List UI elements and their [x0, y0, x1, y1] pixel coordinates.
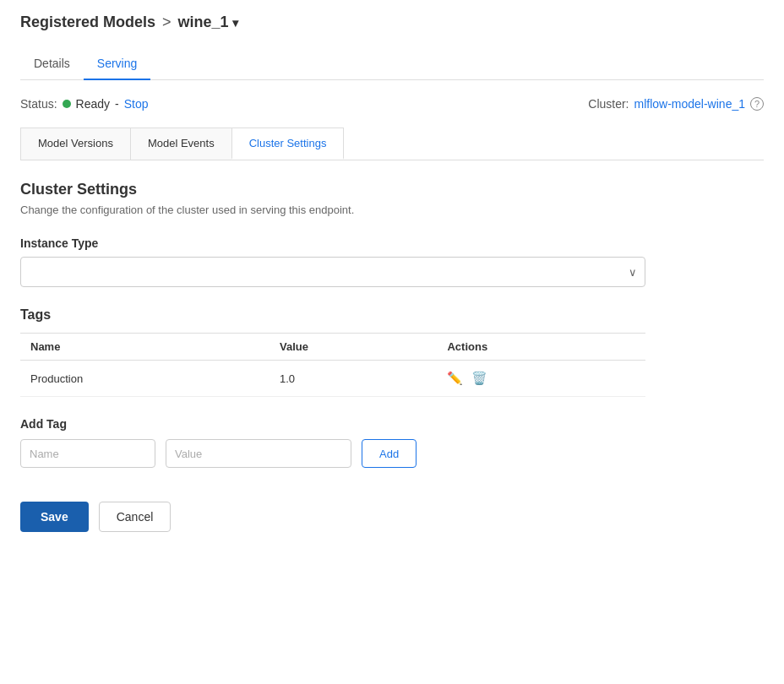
tags-section: Tags Name Value Actions Production 1.0 — [20, 307, 764, 397]
instance-type-select[interactable] — [20, 257, 645, 287]
sub-tab-cluster-settings[interactable]: Cluster Settings — [231, 128, 345, 160]
status-dot-icon — [63, 100, 71, 108]
tag-actions-cell: ✏️ 🗑️ — [437, 361, 645, 397]
tags-table: Name Value Actions Production 1.0 ✏️ 🗑️ — [20, 333, 645, 397]
status-row: Status: Ready - Stop Cluster: mlflow-mod… — [20, 94, 764, 114]
cluster-label: Cluster: — [588, 97, 629, 111]
table-row: Production 1.0 ✏️ 🗑️ — [20, 361, 645, 397]
action-icons: ✏️ 🗑️ — [447, 371, 635, 386]
cluster-settings-section: Cluster Settings Change the configuratio… — [20, 181, 764, 532]
add-tag-title: Add Tag — [20, 417, 764, 431]
delete-icon[interactable]: 🗑️ — [471, 371, 487, 386]
status-right: Cluster: mlflow-model-wine_1 ? — [588, 97, 764, 111]
breadcrumb-current: wine_1 ▾ — [178, 14, 238, 31]
add-tag-value-input[interactable] — [166, 439, 351, 468]
cancel-button[interactable]: Cancel — [99, 502, 172, 532]
tag-value-cell: 1.0 — [270, 361, 437, 397]
bottom-actions: Save Cancel — [20, 495, 764, 532]
main-tabs: Details Serving — [20, 48, 764, 80]
add-tag-section: Add Tag Add — [20, 417, 764, 468]
sub-tab-model-versions[interactable]: Model Versions — [20, 128, 131, 160]
table-header-row: Name Value Actions — [20, 334, 645, 361]
breadcrumb-current-label: wine_1 — [178, 14, 229, 31]
stop-link[interactable]: Stop — [124, 97, 149, 111]
cluster-link[interactable]: mlflow-model-wine_1 — [634, 97, 746, 111]
tab-serving[interactable]: Serving — [84, 48, 150, 80]
section-desc: Change the configuration of the cluster … — [20, 204, 764, 216]
breadcrumb: Registered Models > wine_1 ▾ — [20, 14, 764, 31]
section-title: Cluster Settings — [20, 181, 764, 198]
breadcrumb-parent[interactable]: Registered Models — [20, 14, 155, 31]
add-tag-row: Add — [20, 439, 764, 468]
col-value: Value — [270, 334, 437, 361]
status-left: Status: Ready - Stop — [20, 97, 149, 111]
save-button[interactable]: Save — [20, 502, 89, 532]
sub-tab-model-events[interactable]: Model Events — [130, 128, 232, 160]
dash-separator: - — [115, 97, 119, 111]
status-ready-text: Ready — [76, 97, 110, 111]
help-icon[interactable]: ? — [750, 97, 764, 111]
add-tag-name-input[interactable] — [20, 439, 155, 468]
tab-details[interactable]: Details — [20, 48, 84, 80]
col-actions: Actions — [437, 334, 645, 361]
status-label: Status: — [20, 97, 57, 111]
add-tag-button[interactable]: Add — [362, 439, 416, 468]
instance-type-wrapper: ∨ — [20, 257, 645, 287]
edit-icon[interactable]: ✏️ — [447, 371, 463, 386]
instance-type-label: Instance Type — [20, 236, 764, 250]
tags-title: Tags — [20, 307, 764, 323]
col-name: Name — [20, 334, 270, 361]
breadcrumb-separator: > — [162, 14, 172, 31]
chevron-down-icon[interactable]: ▾ — [232, 16, 238, 30]
sub-tabs: Model Versions Model Events Cluster Sett… — [20, 128, 764, 160]
tag-name-cell: Production — [20, 361, 270, 397]
